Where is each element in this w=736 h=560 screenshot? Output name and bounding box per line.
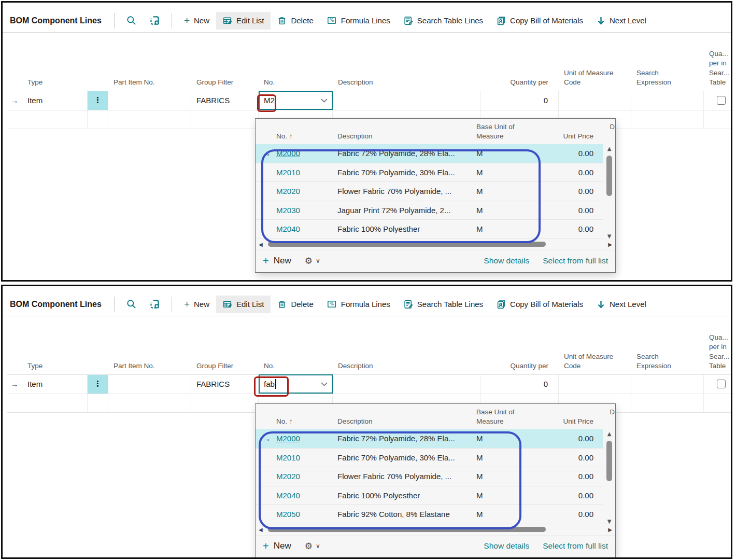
col-header-qua-per-in-search-table[interactable]: Qua... per in Sear... Table <box>704 333 732 371</box>
scroll-thumb[interactable] <box>606 156 612 196</box>
col-header-type[interactable]: Type <box>22 78 88 87</box>
item-no-link[interactable]: M2050 <box>276 510 337 519</box>
show-details-link[interactable]: Show details <box>484 541 529 551</box>
description-cell[interactable] <box>333 375 481 394</box>
col-header-quantity-per[interactable]: Quantity per <box>481 361 559 371</box>
delete-button[interactable]: Delete <box>271 12 320 30</box>
edit-list-button[interactable]: Edit List <box>216 296 271 313</box>
col-header-part-item-no[interactable]: Part Item No. <box>108 78 191 87</box>
col-header-part-item-no[interactable]: Part Item No. <box>108 361 191 371</box>
list-item[interactable]: → M2000 Fabric 72% Polyamide, 28% Ela...… <box>256 144 603 163</box>
item-no-link[interactable]: M2020 <box>276 187 337 195</box>
col-header-no[interactable]: No. <box>259 78 333 87</box>
delete-button[interactable]: Delete <box>271 296 320 313</box>
horizontal-scrollbar[interactable]: ◀ ▶ <box>256 524 615 535</box>
search-table-lines-button[interactable]: Search Table Lines <box>397 12 490 30</box>
group-filter-cell[interactable]: FABRICS <box>191 375 259 394</box>
col-header-uom-code[interactable]: Unit of Measure Code <box>559 352 631 371</box>
col-header-group-filter[interactable]: Group Filter <box>191 78 259 87</box>
dd-col-base-uom[interactable]: Base Unit of Measure <box>476 122 524 141</box>
copy-bill-of-materials-button[interactable]: Copy Bill of Materials <box>490 12 590 30</box>
dd-col-no[interactable]: No. ↑ <box>276 417 337 426</box>
next-level-button[interactable]: Next Level <box>590 296 653 313</box>
list-item[interactable]: M2050 Fabric 92% Cotton, 8% Elastane M 0… <box>256 505 603 524</box>
horizontal-scrollbar[interactable]: ◀ ▶ <box>256 239 615 250</box>
list-item[interactable]: M2020 Flower Fabric 70% Polyamide, ... M… <box>256 467 603 486</box>
type-cell[interactable]: Item <box>22 375 88 394</box>
dd-col-unit-price[interactable]: Unit Price <box>524 417 596 426</box>
item-no-link[interactable]: M2030 <box>276 206 337 215</box>
search-expression-cell[interactable] <box>631 375 704 394</box>
list-item[interactable]: M2010 Fabric 70% Polyamide, 30% Ela... M… <box>256 163 603 183</box>
item-no-link[interactable]: M2000 <box>276 434 337 443</box>
item-no-link[interactable]: M2000 <box>276 149 337 158</box>
scroll-right-icon[interactable]: ▶ <box>608 242 612 247</box>
qua-per-checkbox[interactable] <box>717 380 726 388</box>
focus-mode-button[interactable] <box>143 12 166 29</box>
search-button[interactable] <box>120 296 143 312</box>
no-lookup-field[interactable]: fab <box>259 374 333 394</box>
list-item[interactable]: M2020 Flower Fabric 70% Polyamide, ... M… <box>256 182 603 201</box>
col-header-group-filter[interactable]: Group Filter <box>191 361 259 371</box>
col-header-description[interactable]: Description <box>333 78 481 87</box>
scroll-right-icon[interactable]: ▶ <box>608 527 612 533</box>
col-header-quantity-per[interactable]: Quantity per <box>481 78 559 87</box>
part-item-no-cell[interactable] <box>108 375 191 394</box>
scroll-thumb[interactable] <box>606 441 612 481</box>
item-no-link[interactable]: M2020 <box>276 472 337 481</box>
col-header-description[interactable]: Description <box>333 361 481 371</box>
col-header-qua-per-in-search-table[interactable]: Qua... per in Sear... Table <box>704 49 732 87</box>
part-item-no-cell[interactable] <box>108 91 191 110</box>
col-header-type[interactable]: Type <box>22 361 88 371</box>
dd-col-unit-price[interactable]: Unit Price <box>524 132 596 141</box>
list-item[interactable]: M2040 Fabric 100% Polyesther M 0.00 <box>256 486 603 506</box>
quantity-per-cell[interactable]: 0 <box>481 375 559 394</box>
new-button[interactable]: + New <box>177 295 216 314</box>
item-no-link[interactable]: M2040 <box>276 491 337 500</box>
vertical-scrollbar[interactable]: ▲ ▼ <box>604 145 614 240</box>
search-button[interactable] <box>120 12 143 29</box>
dropdown-new-button[interactable]: + New <box>263 540 291 552</box>
hscroll-thumb[interactable] <box>268 527 546 532</box>
new-button[interactable]: + New <box>177 11 216 31</box>
dropdown-settings-button[interactable]: ⚙ ∨ <box>305 541 320 551</box>
chevron-down-icon[interactable] <box>321 99 328 103</box>
dd-col-description[interactable]: Description <box>337 417 476 426</box>
col-header-no[interactable]: No. <box>259 361 333 371</box>
col-header-uom-code[interactable]: Unit of Measure Code <box>559 68 631 87</box>
scroll-left-icon[interactable]: ◀ <box>259 527 263 533</box>
edit-list-button[interactable]: Edit List <box>216 12 271 30</box>
item-no-link[interactable]: M2040 <box>276 225 337 233</box>
item-no-link[interactable]: M2010 <box>276 168 337 177</box>
scroll-down-icon[interactable]: ▼ <box>607 233 612 240</box>
copy-bill-of-materials-button[interactable]: Copy Bill of Materials <box>490 296 590 313</box>
no-lookup-field[interactable]: M2 <box>259 91 333 110</box>
row-options-ellipsis[interactable]: ⋮ <box>88 375 108 394</box>
list-item[interactable]: M2040 Fabric 100% Polyesther M 0.00 <box>256 220 603 239</box>
next-level-button[interactable]: Next Level <box>590 12 653 30</box>
search-table-lines-button[interactable]: Search Table Lines <box>397 296 490 313</box>
col-header-search-expression[interactable]: Search Expression <box>631 352 704 371</box>
formula-lines-button[interactable]: % Formula Lines <box>320 12 397 29</box>
description-cell[interactable] <box>333 91 481 110</box>
formula-lines-button[interactable]: % Formula Lines <box>320 296 397 313</box>
quantity-per-cell[interactable]: 0 <box>481 91 559 110</box>
select-from-full-list-link[interactable]: Select from full list <box>543 541 608 551</box>
hscroll-thumb[interactable] <box>268 242 546 247</box>
dd-col-base-uom[interactable]: Base Unit of Measure <box>476 408 524 426</box>
list-item[interactable]: M2010 Fabric 70% Polyamide, 30% Ela... M… <box>256 449 603 468</box>
focus-mode-button[interactable] <box>143 296 166 312</box>
scroll-up-icon[interactable]: ▲ <box>607 430 612 438</box>
dd-col-description[interactable]: Description <box>337 132 476 141</box>
uom-code-cell[interactable] <box>559 91 631 110</box>
chevron-down-icon[interactable] <box>321 382 328 386</box>
col-header-search-expression[interactable]: Search Expression <box>631 68 704 87</box>
qua-per-checkbox[interactable] <box>717 96 726 105</box>
dropdown-settings-button[interactable]: ⚙ ∨ <box>305 256 320 266</box>
scroll-up-icon[interactable]: ▲ <box>607 145 612 152</box>
type-cell[interactable]: Item <box>22 91 88 110</box>
dropdown-new-button[interactable]: + New <box>263 255 291 267</box>
select-from-full-list-link[interactable]: Select from full list <box>543 256 608 265</box>
show-details-link[interactable]: Show details <box>484 256 529 265</box>
search-expression-cell[interactable] <box>631 91 704 110</box>
